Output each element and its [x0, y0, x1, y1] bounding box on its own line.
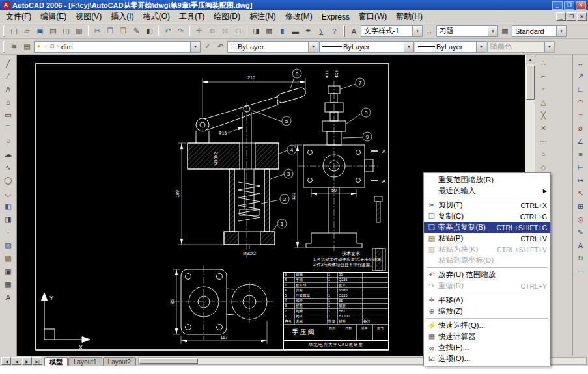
table-style-combo[interactable]: Standard ▼: [512, 25, 567, 37]
context-menu-item[interactable]: ▤ 粘贴(P) CTRL+V ▶: [424, 233, 550, 244]
text-style-combo[interactable]: 文字样式-1 ▼: [361, 25, 423, 37]
polyline-icon[interactable]: Λ: [2, 83, 15, 96]
toolbar-grip[interactable]: [3, 41, 5, 53]
plot-icon[interactable]: ▤: [47, 25, 59, 37]
dim-baseline-icon[interactable]: ⊢: [574, 161, 587, 174]
spline-icon[interactable]: ∿: [2, 161, 15, 174]
restore-button[interactable]: ❐: [564, 1, 574, 10]
dim-continue-icon[interactable]: ↦: [574, 174, 587, 187]
zoom-previous-icon[interactable]: ⊟: [232, 25, 244, 37]
menu-item[interactable]: 编辑(E): [36, 10, 71, 23]
polygon-icon[interactable]: ⌂: [2, 96, 15, 109]
zoom-window-icon[interactable]: ⊞: [219, 25, 231, 37]
context-menu-item[interactable]: ⚡ 快速选择(Q)... ▶: [424, 320, 550, 331]
table-style-icon[interactable]: ▦: [499, 25, 511, 37]
context-menu-item[interactable]: ❑ 带基点复制(B) CTRL+SHIFT+C ▶: [424, 222, 550, 233]
snap-endpoint-icon[interactable]: ▫: [537, 83, 550, 96]
context-menu-item[interactable]: ✂ 剪切(T) CTRL+X ▶: [424, 200, 550, 211]
make-object-layer-current-icon[interactable]: ✓: [201, 40, 214, 53]
menu-item[interactable]: 帮助(H): [391, 10, 427, 23]
dim-aligned-icon[interactable]: ↗: [574, 70, 587, 83]
chevron-down-icon[interactable]: ▼: [190, 42, 200, 52]
menu-item[interactable]: 插入(I): [106, 10, 138, 23]
cut-icon[interactable]: ✂: [91, 25, 104, 37]
dim-style-icon[interactable]: ↔: [423, 25, 436, 37]
layer-previous-icon[interactable]: ↶: [214, 40, 227, 53]
dimension-style-icon[interactable]: ▭: [574, 265, 587, 278]
properties-icon[interactable]: ◨: [250, 25, 262, 37]
dim-ordinate-icon[interactable]: ∟: [574, 83, 587, 96]
menu-item[interactable]: 标注(N): [245, 10, 281, 23]
context-menu-item[interactable]: ↶ 放弃(U) 范围缩放 ▶: [424, 269, 550, 280]
center-mark-icon[interactable]: ◎: [574, 213, 587, 226]
revcloud-icon[interactable]: ☁: [2, 148, 15, 161]
sheet-set-manager-icon[interactable]: ▬: [289, 25, 301, 37]
context-menu-item[interactable]: ❐ 复制(C) CTRL+C ▶: [424, 211, 550, 222]
layout-tab[interactable]: Layout2: [103, 357, 137, 366]
chevron-down-icon[interactable]: ▼: [404, 42, 413, 52]
context-menu-item[interactable]: ∞ 查找(F)... ▶: [424, 342, 550, 353]
context-menu-item[interactable]: 最近的输入 ▶: [424, 185, 550, 196]
context-menu-item[interactable]: ↷ 重做(R) CTRL+Y ▶: [424, 280, 550, 291]
chevron-down-icon[interactable]: ▼: [412, 26, 422, 36]
snap-midpoint-icon[interactable]: △: [537, 96, 550, 109]
context-menu-item[interactable]: ⊕ 缩放(Z) ▶: [424, 306, 550, 317]
snap-quadrant-icon[interactable]: ◇: [537, 161, 550, 174]
chevron-down-icon[interactable]: ▼: [556, 26, 566, 36]
plot-preview-icon[interactable]: ◫: [60, 25, 72, 37]
dimension-update-icon[interactable]: ↻: [574, 252, 587, 265]
scroll-up-button[interactable]: ▲: [525, 55, 535, 64]
line-icon[interactable]: ╱: [2, 57, 15, 70]
context-menu-item[interactable]: ☑ 选项(O)... ▶: [424, 353, 550, 364]
circle-icon[interactable]: ○: [2, 135, 15, 148]
dim-radius-icon[interactable]: ◠: [574, 96, 587, 109]
ellipse-arc-icon[interactable]: ◡: [2, 187, 15, 200]
gradient-icon[interactable]: ▩: [2, 252, 15, 265]
next-tab-button[interactable]: ▶: [22, 357, 32, 365]
snap-apparent-intersection-icon[interactable]: ✕: [537, 122, 550, 135]
first-tab-button[interactable]: |◀: [1, 357, 11, 365]
markup-icon[interactable]: ✒: [302, 25, 315, 37]
menu-item[interactable]: 修改(M): [281, 10, 317, 23]
arc-icon[interactable]: ⌒: [2, 122, 15, 135]
toolbar-grip[interactable]: [3, 25, 5, 37]
scrollbar-thumb[interactable]: [526, 66, 535, 100]
menu-item[interactable]: 格式(O): [139, 10, 175, 23]
context-menu-item[interactable]: 重复范围缩放(R) ▶: [424, 174, 550, 185]
dimension-text-edit-icon[interactable]: A: [574, 239, 587, 252]
construction-line-icon[interactable]: ∕: [2, 70, 15, 83]
undo-icon[interactable]: ↶: [161, 25, 174, 37]
menu-item[interactable]: 工具(T): [175, 10, 209, 23]
publish-icon[interactable]: ▥: [73, 25, 85, 37]
toolbar-grip[interactable]: [343, 25, 345, 37]
context-menu-item[interactable]: ▦ 快速计算器 ▶: [424, 331, 550, 342]
hatch-icon[interactable]: ▨: [2, 239, 15, 252]
text-style-icon[interactable]: A: [348, 25, 360, 37]
point-icon[interactable]: ·: [2, 226, 15, 239]
menu-item[interactable]: Express: [317, 11, 354, 23]
region-icon[interactable]: ▣: [2, 265, 15, 278]
open-icon[interactable]: ▱: [21, 25, 33, 37]
help-icon[interactable]: ?: [328, 25, 341, 37]
match-properties-icon[interactable]: ✎: [130, 25, 143, 37]
menu-item[interactable]: 窗口(W): [354, 10, 391, 23]
linetype-combo[interactable]: ByLayer ▼: [319, 41, 414, 53]
paste-icon[interactable]: ❒: [117, 25, 130, 37]
context-menu-item[interactable]: ▥ 粘贴为块(K) CTRL+SHIFT+V ▶: [424, 244, 550, 255]
layer-combo[interactable]: ●☼Ω■ dim ▼: [34, 41, 201, 53]
doc-minimize-button[interactable]: _: [556, 12, 566, 21]
ellipse-icon[interactable]: ◯: [2, 174, 15, 187]
rectangle-icon[interactable]: ▭: [2, 109, 15, 122]
block-editor-icon[interactable]: ◧: [143, 25, 156, 37]
color-combo[interactable]: ByLayer ▼: [227, 41, 318, 53]
dim-angular-icon[interactable]: ∠: [574, 135, 587, 148]
make-block-icon[interactable]: ◨: [2, 213, 15, 226]
prev-tab-button[interactable]: ◀: [12, 357, 21, 365]
dim-style-combo[interactable]: 习题 ▼: [436, 25, 498, 37]
context-menu-item[interactable]: 粘贴到原坐标(D) ▶: [424, 255, 550, 266]
quick-leader-icon[interactable]: ↖: [574, 187, 587, 200]
pan-icon[interactable]: ✛: [193, 25, 205, 37]
qnew-icon[interactable]: ▢: [8, 25, 20, 37]
designcenter-icon[interactable]: ▦: [263, 25, 275, 37]
layout-tab[interactable]: Layout1: [68, 357, 102, 366]
